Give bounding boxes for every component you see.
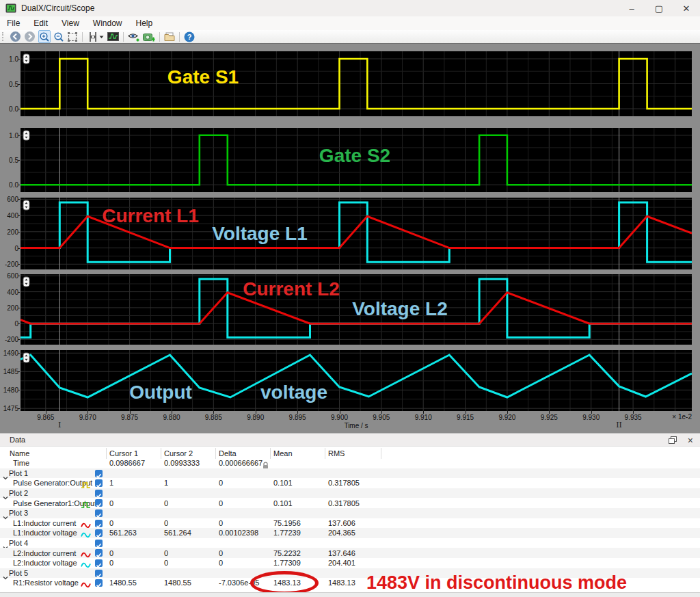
value-rms: 137.646 <box>328 549 355 557</box>
column-header[interactable]: Cursor 1 <box>109 449 138 457</box>
y-tick-label: 600 <box>7 272 18 280</box>
plot-canvas-5[interactable] <box>21 350 692 411</box>
visibility-checkbox[interactable] <box>95 559 103 567</box>
y-tick-mark <box>18 232 20 233</box>
table-row[interactable]: Plot 4 <box>0 538 700 548</box>
zoom-in-icon[interactable] <box>38 30 51 43</box>
visibility-checkbox[interactable] <box>95 470 103 477</box>
cursor-flag[interactable]: II <box>616 421 622 429</box>
value-c2: 0 <box>164 519 168 527</box>
column-header[interactable]: Name <box>10 449 29 457</box>
y-axis-drag-handle[interactable] <box>23 200 30 213</box>
plot-canvas-1[interactable] <box>21 51 692 116</box>
y-axis-drag-handle[interactable] <box>23 130 30 144</box>
close-button[interactable]: ✕ <box>673 0 700 16</box>
zoom-fit-icon[interactable] <box>67 31 78 42</box>
plot-4[interactable]: 6004002000-200Current L2Voltage L2 <box>0 274 700 345</box>
back-icon[interactable] <box>10 31 21 42</box>
x-tick-label: 9.915 <box>457 414 474 421</box>
y-tick-mark <box>18 248 20 249</box>
menu-item-view[interactable]: View <box>55 16 86 30</box>
snapshot-icon[interactable] <box>107 31 119 42</box>
table-row[interactable]: L2:Inductor voltage0001.77309204.401 <box>0 558 700 568</box>
x-tick-label: 9.905 <box>373 414 390 421</box>
table-row[interactable]: L2:Inductor current00075.2232137.646 <box>0 548 700 558</box>
menu-item-file[interactable]: File <box>0 16 27 30</box>
y-tick-mark <box>18 276 20 276</box>
column-header[interactable]: Mean <box>273 449 293 457</box>
visibility-checkbox[interactable] <box>95 540 103 547</box>
plot-2[interactable]: 1.00.50.0Gate S2 <box>0 128 700 192</box>
value-mean: 75.2232 <box>273 549 301 557</box>
plot-3[interactable]: 6004002000-200Current L1Voltage L1 <box>0 198 700 269</box>
visibility-checkbox[interactable] <box>95 529 103 537</box>
float-panel-icon[interactable] <box>669 434 677 447</box>
menu-item-edit[interactable]: Edit <box>27 16 55 30</box>
y-axis-drag-handle[interactable] <box>23 276 30 290</box>
y-tick-mark <box>18 199 20 200</box>
table-row[interactable]: Pulse Generator1:Output0000.1010.317805 <box>0 498 700 508</box>
table-row[interactable]: L1:Inductor current00075.1956137.606 <box>0 518 700 529</box>
add-view-icon[interactable] <box>128 31 140 42</box>
x-axis-multiplier: × 1e-2 <box>672 413 692 421</box>
row-name: R1:Resistor voltage <box>13 579 79 587</box>
visibility-checkbox[interactable] <box>95 549 103 557</box>
y-axis-drag-handle[interactable] <box>23 53 30 67</box>
menu-item-window[interactable]: Window <box>86 16 129 30</box>
cursors-icon[interactable] <box>87 31 105 42</box>
visibility-checkbox[interactable] <box>95 509 103 517</box>
x-axis-title: Time / s <box>344 422 368 429</box>
y-axis-drag-handle[interactable] <box>23 352 30 366</box>
visibility-checkbox[interactable] <box>95 499 103 507</box>
y-tick-label: 600 <box>7 196 18 203</box>
visibility-checkbox[interactable] <box>95 490 103 497</box>
value-rms: 137.606 <box>328 519 355 527</box>
toolbar-separator <box>179 32 180 42</box>
save-view-icon[interactable] <box>143 31 155 42</box>
value-delta: 0 <box>219 499 223 507</box>
value-c1: 0 <box>109 549 113 557</box>
menu-item-help[interactable]: Help <box>129 16 160 30</box>
x-tick-label: 9.900 <box>331 414 348 421</box>
minimize-button[interactable]: – <box>618 0 645 16</box>
gallery-icon[interactable] <box>164 31 175 42</box>
value-mean: 0.101 <box>273 479 293 487</box>
y-tick-label: 400 <box>7 212 18 220</box>
plot-annotation-label: Current L1 <box>102 205 199 227</box>
x-tick-label: 9.895 <box>289 414 306 421</box>
value-c1: 0 <box>109 559 113 567</box>
close-panel-icon[interactable]: × <box>688 436 693 445</box>
visibility-checkbox[interactable] <box>95 579 103 587</box>
table-row[interactable]: L1:Inductor voltage561.263561.2640.00102… <box>0 528 700 538</box>
plot-annotation-label: Voltage L1 <box>212 223 308 245</box>
y-tick-mark <box>18 84 20 85</box>
table-row[interactable]: Time0.09866670.09933330.000666667 <box>0 458 700 468</box>
value-c1: 0 <box>109 499 113 507</box>
help-icon[interactable]: ? <box>184 31 195 42</box>
table-row[interactable]: Plot 2 <box>0 488 700 499</box>
column-header[interactable]: Cursor 2 <box>164 449 193 457</box>
plot-5[interactable]: 1490148514801475Outputvoltage <box>0 350 700 411</box>
toolbar-grip[interactable] <box>2 32 5 41</box>
x-tick-label: 9.880 <box>163 414 180 421</box>
table-row[interactable]: Plot 1 <box>0 468 700 479</box>
cursor-flag[interactable]: I <box>58 421 61 429</box>
visibility-checkbox[interactable] <box>95 570 103 577</box>
visibility-checkbox[interactable] <box>95 479 103 487</box>
forward-icon[interactable] <box>24 31 36 42</box>
plot-1[interactable]: 1.00.50.0Gate S1 <box>0 51 700 116</box>
maximize-button[interactable]: ▢ <box>645 0 673 16</box>
visibility-checkbox[interactable] <box>95 520 103 527</box>
table-row[interactable]: Pulse Generator:Output1100.1010.317805 <box>0 478 700 488</box>
menubar: FileEditViewWindowHelp <box>0 16 700 30</box>
zoom-out-icon[interactable] <box>53 31 64 42</box>
column-header[interactable]: RMS <box>328 449 345 457</box>
table-row[interactable]: Plot 3 <box>0 508 700 518</box>
value-delta: 0 <box>219 559 223 567</box>
value-rms: 0.317805 <box>328 499 360 507</box>
y-tick-label: 1485 <box>3 368 18 375</box>
y-tick-label: 400 <box>7 288 18 295</box>
value-mean: 1.77239 <box>273 529 301 537</box>
value-mean: 75.1956 <box>273 519 301 527</box>
column-header[interactable]: Delta <box>219 449 237 457</box>
